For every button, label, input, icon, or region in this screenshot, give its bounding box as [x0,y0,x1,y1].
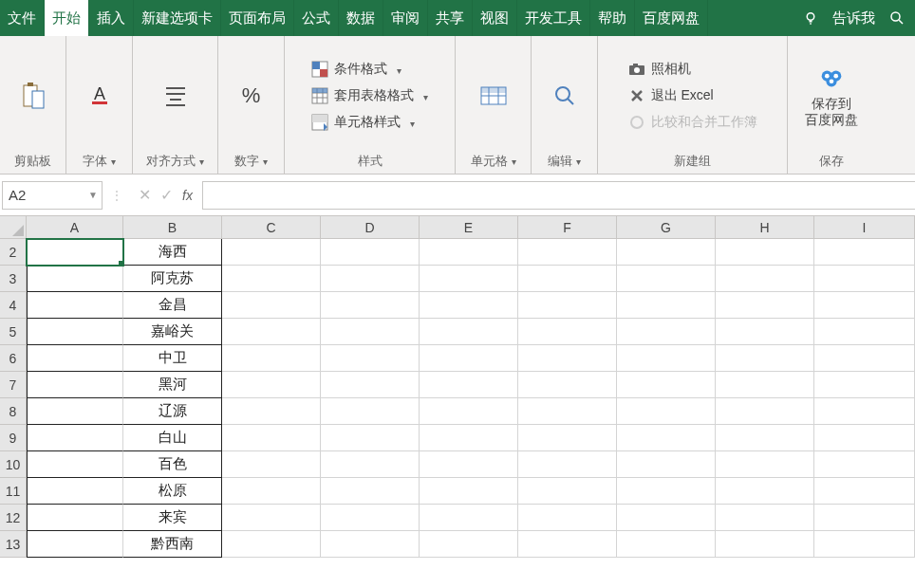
cell-D3[interactable] [321,266,420,292]
row-header-8[interactable]: 8 [0,398,27,425]
row-header-9[interactable]: 9 [0,425,27,451]
cell-G11[interactable] [617,478,716,505]
cell-F10[interactable] [518,451,617,478]
cell-A2[interactable] [27,239,123,266]
cell-B3[interactable]: 阿克苏 [123,266,222,292]
number-button[interactable]: % [235,78,268,114]
cell-C8[interactable] [222,398,321,425]
row-header-6[interactable]: 6 [0,345,27,372]
column-header-C[interactable]: C [222,216,321,239]
cell-C10[interactable] [222,451,321,478]
cell-A9[interactable] [27,425,123,451]
tab-baidu[interactable]: 百度网盘 [635,0,708,36]
cell-G12[interactable] [617,505,716,531]
cell-C9[interactable] [222,425,321,451]
namebox-dropdown-icon[interactable]: ▼ [88,190,98,200]
column-header-I[interactable]: I [814,216,915,239]
cell-style-button[interactable]: 单元格样式 [308,112,419,133]
cell-B8[interactable]: 辽源 [123,398,222,425]
cell-I7[interactable] [814,372,915,398]
cells-button[interactable] [477,78,510,114]
row-header-10[interactable]: 10 [0,451,27,478]
cell-E8[interactable] [420,398,518,425]
cell-E7[interactable] [420,372,518,398]
cancel-icon[interactable]: ✕ [139,186,151,204]
cell-B6[interactable]: 中卫 [123,345,222,372]
cell-E13[interactable] [420,531,518,558]
tab-share[interactable]: 共享 [428,0,473,36]
cell-D7[interactable] [321,372,420,398]
cell-B9[interactable]: 白山 [123,425,222,451]
cell-F2[interactable] [518,239,617,266]
cell-D9[interactable] [321,425,420,451]
bulb-icon[interactable] [802,9,819,27]
enter-icon[interactable]: ✓ [160,186,173,204]
fx-icon[interactable]: fx [182,188,193,203]
cell-A4[interactable] [27,292,123,319]
camera-button[interactable]: 照相机 [625,59,695,80]
row-header-7[interactable]: 7 [0,372,27,398]
cell-A8[interactable] [27,398,123,425]
cell-B4[interactable]: 金昌 [123,292,222,319]
cell-G10[interactable] [617,451,716,478]
row-header-4[interactable]: 4 [0,292,27,319]
font-button[interactable]: A [84,78,116,114]
conditional-format-button[interactable]: 条件格式 [308,59,405,80]
tab-view[interactable]: 视图 [473,0,517,36]
cell-G3[interactable] [617,266,716,292]
cell-A10[interactable] [27,451,123,478]
cell-H3[interactable] [716,266,814,292]
clipboard-button[interactable] [17,78,49,114]
editing-button[interactable] [549,78,581,114]
cell-D6[interactable] [321,345,420,372]
cell-H7[interactable] [716,372,814,398]
row-header-11[interactable]: 11 [0,478,27,505]
cell-F6[interactable] [518,345,617,372]
cell-A3[interactable] [27,266,123,292]
cell-G6[interactable] [617,345,716,372]
cell-C3[interactable] [222,266,321,292]
row-header-3[interactable]: 3 [0,266,27,292]
cell-G9[interactable] [617,425,716,451]
cell-H6[interactable] [716,345,814,372]
tab-newtab[interactable]: 新建选项卡 [134,0,221,36]
cell-E10[interactable] [420,451,518,478]
cell-D13[interactable] [321,531,420,558]
cell-E2[interactable] [420,239,518,266]
cell-I13[interactable] [814,531,915,558]
cell-A7[interactable] [27,372,123,398]
cell-A6[interactable] [27,345,123,372]
tab-formulas[interactable]: 公式 [294,0,339,36]
cell-I9[interactable] [814,425,915,451]
cell-I12[interactable] [814,505,915,531]
cell-C6[interactable] [222,345,321,372]
cell-D2[interactable] [321,239,420,266]
tab-file[interactable]: 文件 [0,0,45,36]
cell-G2[interactable] [617,239,716,266]
cell-C5[interactable] [222,319,321,345]
cell-F11[interactable] [518,478,617,505]
cell-E12[interactable] [420,505,518,531]
cell-D10[interactable] [321,451,420,478]
cell-F12[interactable] [518,505,617,531]
cell-F8[interactable] [518,398,617,425]
table-format-button[interactable]: 套用表格格式 [308,85,432,106]
cell-D8[interactable] [321,398,420,425]
column-header-A[interactable]: A [27,216,123,239]
cell-G13[interactable] [617,531,716,558]
column-header-F[interactable]: F [518,216,617,239]
cell-H13[interactable] [716,531,814,558]
cell-C4[interactable] [222,292,321,319]
cell-H11[interactable] [716,478,814,505]
cell-I5[interactable] [814,319,915,345]
cell-E11[interactable] [420,478,518,505]
cell-A11[interactable] [27,478,123,505]
tab-layout[interactable]: 页面布局 [221,0,294,36]
cell-D4[interactable] [321,292,420,319]
tab-insert[interactable]: 插入 [89,0,134,36]
tab-help[interactable]: 帮助 [590,0,635,36]
cell-C13[interactable] [222,531,321,558]
cell-F13[interactable] [518,531,617,558]
cell-H2[interactable] [716,239,814,266]
cell-G7[interactable] [617,372,716,398]
